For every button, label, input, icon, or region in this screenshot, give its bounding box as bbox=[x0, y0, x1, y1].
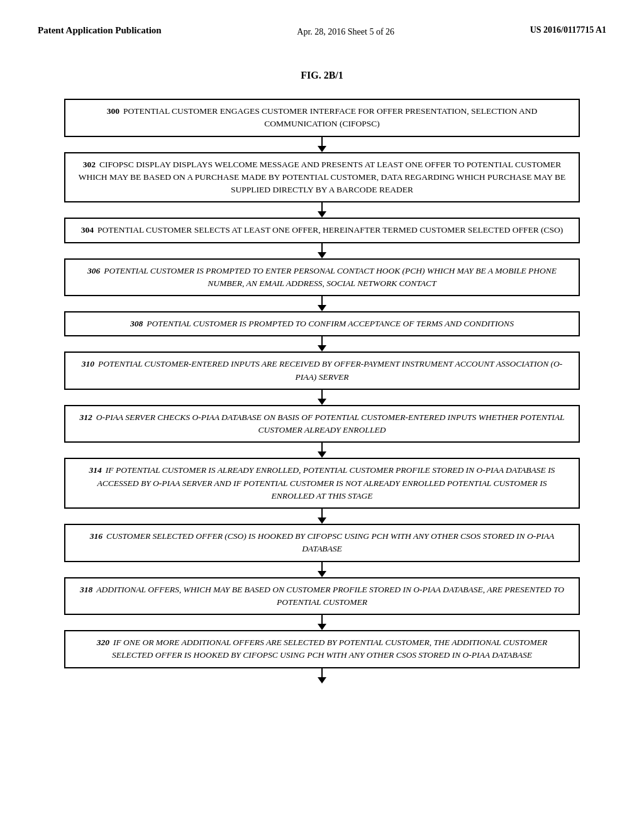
box-306: 306POTENTIAL CUSTOMER IS PROMPTED TO ENT… bbox=[64, 258, 580, 297]
box-302: 302CIFOPSC DISPLAY DISPLAYS WELCOME MESS… bbox=[64, 152, 580, 203]
arrow-line-6 bbox=[321, 443, 323, 451]
flowchart: 300POTENTIAL CUSTOMER ENGAGES CUSTOMER I… bbox=[38, 99, 606, 683]
arrow-line-1 bbox=[321, 202, 323, 211]
arrow-head-3 bbox=[318, 305, 326, 311]
box-300: 300POTENTIAL CUSTOMER ENGAGES CUSTOMER I… bbox=[64, 99, 580, 137]
arrow-head-7 bbox=[318, 517, 326, 524]
box-320: 320IF ONE OR MORE ADDITIONAL OFFERS ARE … bbox=[64, 630, 580, 668]
arrow-line-5 bbox=[321, 390, 323, 399]
box-300-num: 300 bbox=[107, 106, 119, 116]
arrow-line-9 bbox=[321, 615, 323, 624]
box-312-num: 312 bbox=[79, 412, 92, 422]
arrow-head-5 bbox=[318, 399, 326, 405]
arrow-4 bbox=[318, 336, 326, 351]
box-310: 310POTENTIAL CUSTOMER-ENTERED INPUTS ARE… bbox=[64, 351, 580, 390]
box-304-num: 304 bbox=[81, 225, 94, 235]
arrow-1 bbox=[318, 202, 326, 218]
arrow-line-0 bbox=[321, 137, 323, 146]
arrow-final bbox=[318, 668, 326, 683]
box-320-num: 320 bbox=[97, 638, 109, 647]
arrow-0 bbox=[318, 137, 326, 152]
header-right: US 2016/0117715 A1 bbox=[530, 25, 606, 35]
arrow-3 bbox=[318, 296, 326, 311]
box-314: 314IF POTENTIAL CUSTOMER IS ALREADY ENRO… bbox=[64, 458, 580, 509]
arrow-head-6 bbox=[318, 451, 326, 458]
box-310-num: 310 bbox=[82, 359, 94, 368]
arrow-9 bbox=[318, 615, 326, 630]
box-316-num: 316 bbox=[90, 531, 103, 541]
arrow-line-final bbox=[321, 668, 323, 677]
box-302-num: 302 bbox=[83, 160, 96, 169]
arrow-head-8 bbox=[318, 571, 326, 577]
arrow-line-4 bbox=[321, 336, 323, 345]
arrow-8 bbox=[318, 562, 326, 577]
box-306-num: 306 bbox=[87, 266, 100, 275]
box-304: 304POTENTIAL CUSTOMER SELECTS AT LEAST O… bbox=[64, 218, 580, 243]
header: Patent Application Publication Apr. 28, … bbox=[38, 25, 606, 38]
arrow-5 bbox=[318, 390, 326, 405]
arrow-line-8 bbox=[321, 562, 323, 571]
arrow-head-0 bbox=[318, 146, 326, 152]
fig-title: FIG. 2B/1 bbox=[38, 70, 606, 81]
box-318: 318ADDITIONAL OFFERS, WHICH MAY BE BASED… bbox=[64, 577, 580, 616]
header-center: Apr. 28, 2016 Sheet 5 of 26 bbox=[297, 25, 394, 38]
arrow-line-7 bbox=[321, 509, 323, 517]
box-312: 312O-PIAA SERVER CHECKS O-PIAA DATABASE … bbox=[64, 405, 580, 443]
arrow-head-9 bbox=[318, 624, 326, 630]
arrow-head-4 bbox=[318, 345, 326, 351]
box-316: 316CUSTOMER SELECTED OFFER (CSO) IS HOOK… bbox=[64, 524, 580, 562]
page: Patent Application Publication Apr. 28, … bbox=[0, 0, 644, 830]
arrow-2 bbox=[318, 243, 326, 258]
box-308-num: 308 bbox=[130, 319, 143, 328]
box-314-num: 314 bbox=[89, 465, 102, 475]
arrow-head-1 bbox=[318, 211, 326, 218]
arrow-line-3 bbox=[321, 296, 323, 305]
arrow-7 bbox=[318, 509, 326, 524]
arrow-line-2 bbox=[321, 243, 323, 252]
arrow-6 bbox=[318, 443, 326, 458]
box-318-num: 318 bbox=[80, 585, 92, 594]
arrow-head-final bbox=[318, 677, 326, 683]
header-left: Patent Application Publication bbox=[38, 25, 162, 36]
box-308: 308POTENTIAL CUSTOMER IS PROMPTED TO CON… bbox=[64, 311, 580, 336]
arrow-head-2 bbox=[318, 252, 326, 258]
